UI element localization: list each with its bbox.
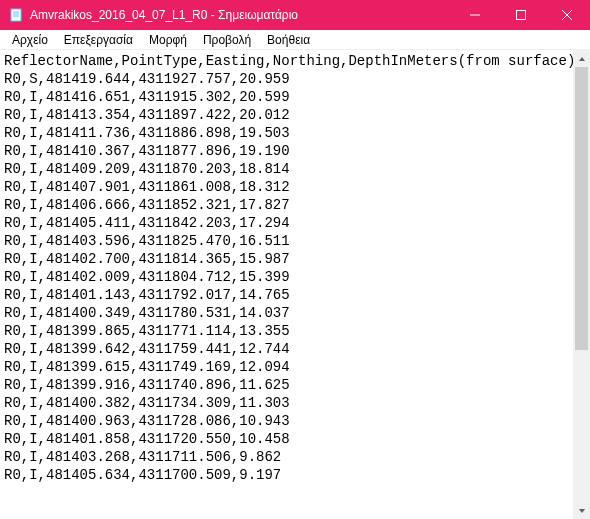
svg-rect-0 [11, 9, 21, 21]
text-editor[interactable]: ReflectorName,PointType,Easting,Northing… [0, 50, 573, 519]
menu-view[interactable]: Προβολή [195, 31, 259, 49]
window-title: Amvrakikos_2016_04_07_L1_R0 - Σημειωματά… [30, 8, 452, 22]
window-controls [452, 0, 590, 30]
scroll-down-arrow[interactable] [573, 502, 590, 519]
scroll-up-arrow[interactable] [573, 50, 590, 67]
maximize-button[interactable] [498, 0, 544, 30]
vertical-scrollbar[interactable] [573, 50, 590, 519]
menu-help[interactable]: Βοήθεια [259, 31, 318, 49]
menu-edit[interactable]: Επεξεργασία [56, 31, 141, 49]
svg-marker-8 [579, 57, 585, 61]
close-button[interactable] [544, 0, 590, 30]
scroll-thumb[interactable] [575, 67, 588, 350]
content-area: ReflectorName,PointType,Easting,Northing… [0, 50, 590, 519]
svg-marker-9 [579, 509, 585, 513]
notepad-icon [8, 7, 24, 23]
scroll-track[interactable] [573, 67, 590, 502]
menu-file[interactable]: Αρχείο [4, 31, 56, 49]
svg-rect-5 [517, 11, 526, 20]
titlebar[interactable]: Amvrakikos_2016_04_07_L1_R0 - Σημειωματά… [0, 0, 590, 30]
menubar: Αρχείο Επεξεργασία Μορφή Προβολή Βοήθεια [0, 30, 590, 50]
menu-format[interactable]: Μορφή [141, 31, 195, 49]
minimize-button[interactable] [452, 0, 498, 30]
